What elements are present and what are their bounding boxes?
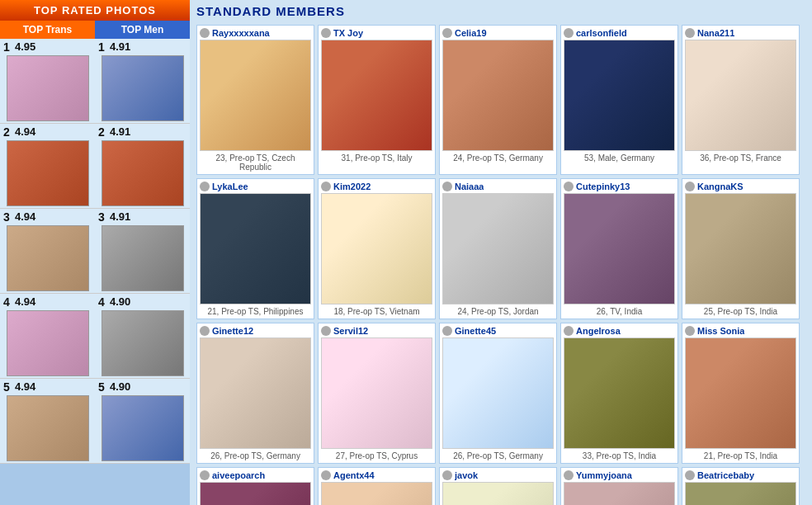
member-photo[interactable] [442,40,554,151]
member-photo[interactable] [564,193,675,304]
member-photo[interactable] [321,193,432,304]
rank-cell-trans-5[interactable]: 5 4.94 [0,379,95,463]
rank-cell-trans-1[interactable]: 1 4.95 [0,39,95,123]
member-card[interactable]: Beatricebaby [682,467,800,505]
member-card[interactable]: Agentx44 [318,467,436,505]
member-photo[interactable] [200,337,311,449]
member-name[interactable]: Celia19 [455,28,487,38]
member-card[interactable]: Cutepinky13 26, TV, India [560,178,678,319]
member-card[interactable]: Angelrosa 33, Pre-op TS, India [560,323,678,464]
member-name[interactable]: Ginette45 [455,326,496,336]
member-name[interactable]: aiveepoarch [212,470,265,480]
rank-photo[interactable] [102,395,184,461]
member-card[interactable]: TX Joy 31, Pre-op TS, Italy [318,25,436,175]
rank-row[interactable]: 1 4.95 1 4.91 [0,39,190,124]
member-name[interactable]: Naiaaa [455,182,484,191]
member-card[interactable]: Naiaaa 24, Pre-op TS, Jordan [439,178,557,319]
member-card[interactable]: Celia19 24, Pre-op TS, Germany [439,25,557,175]
rank-photo[interactable] [102,310,184,376]
member-photo[interactable] [685,193,796,304]
rank-row[interactable]: 2 4.94 2 4.91 [0,124,190,209]
rank-photo[interactable] [7,225,89,291]
member-card[interactable]: Rayxxxxxana 23, Pre-op TS, Czech Republi… [196,25,314,175]
rank-cell-trans-3[interactable]: 3 4.94 [0,209,95,293]
member-photo[interactable] [442,193,554,304]
member-name[interactable]: carlsonfield [576,28,627,38]
rank-cell-trans-4[interactable]: 4 4.94 [0,294,95,378]
member-name[interactable]: Beatricebaby [697,470,754,480]
member-name[interactable]: Servil12 [333,326,368,336]
member-card[interactable]: Kim2022 18, Pre-op TS, Vietnam [318,178,436,319]
member-photo[interactable] [442,337,554,449]
member-photo[interactable] [200,193,311,304]
rank-number: 3 [98,210,105,224]
rank-photo[interactable] [102,140,184,206]
member-photo[interactable] [200,482,311,505]
member-photo[interactable] [321,482,432,505]
rank-cell-men-3[interactable]: 3 4.91 [95,209,190,293]
member-card[interactable]: Yummyjoana [560,467,678,505]
member-card[interactable]: Servil12 27, Pre-op TS, Cyprus [318,323,436,464]
rank-row[interactable]: 4 4.94 4 4.90 [0,294,190,379]
section-title: STANDARD MEMBERS [196,4,805,18]
member-name[interactable]: Angelrosa [576,326,621,336]
member-name-row: Ginette12 [200,326,311,336]
member-photo[interactable] [442,482,554,505]
photo-image [7,396,88,460]
member-name[interactable]: Cutepinky13 [576,182,630,191]
member-name[interactable]: KangnaKS [697,182,744,191]
rank-cell-trans-2[interactable]: 2 4.94 [0,124,95,208]
member-photo[interactable] [685,482,796,505]
member-photo[interactable] [685,40,796,151]
rank-photo[interactable] [7,140,89,206]
rank-cell-men-1[interactable]: 1 4.91 [95,39,190,123]
member-name-row: Ginette45 [442,326,554,336]
member-photo[interactable] [685,337,796,449]
member-photo[interactable] [321,40,432,151]
member-card[interactable]: Ginette12 26, Pre-op TS, Germany [196,323,314,464]
member-card[interactable]: Ginette45 26, Pre-op TS, Germany [439,323,557,464]
member-name[interactable]: javok [455,470,478,480]
rank-photo[interactable] [7,395,89,461]
member-name[interactable]: Agentx44 [333,470,375,480]
member-icon [200,182,210,191]
member-card[interactable]: Miss Sonia 21, Pre-op TS, India [682,323,800,464]
rank-photo[interactable] [7,55,89,121]
member-photo[interactable] [564,482,675,505]
member-name[interactable]: Nana211 [697,28,734,38]
member-name[interactable]: LykaLee [212,182,248,191]
rank-row[interactable]: 5 4.94 5 4.90 [0,379,190,464]
member-card[interactable]: KangnaKS 25, Pre-op TS, India [682,178,800,319]
member-card[interactable]: carlsonfield 53, Male, Germany [560,25,678,175]
tab-trans[interactable]: TOP Trans [0,21,95,39]
rank-cell-men-2[interactable]: 2 4.91 [95,124,190,208]
member-photo[interactable] [564,337,675,449]
member-card[interactable]: LykaLee 21, Pre-op TS, Philippines [196,178,314,319]
member-card[interactable]: javok [439,467,557,505]
rank-score: 4.90 [110,295,130,308]
rank-photo[interactable] [7,310,89,376]
member-card[interactable]: Nana211 36, Pre-op TS, France [682,25,800,175]
member-name-row: KangnaKS [685,182,796,191]
member-photo[interactable] [321,337,432,449]
member-icon [321,182,331,191]
member-photo[interactable] [564,40,675,151]
rank-cell-men-4[interactable]: 4 4.90 [95,294,190,378]
member-info: 53, Male, Germany [564,153,675,163]
member-photo[interactable] [200,40,311,151]
photo-image [7,226,88,290]
member-name[interactable]: Miss Sonia [697,326,744,336]
rank-row[interactable]: 3 4.94 3 4.91 [0,209,190,294]
member-name[interactable]: Yummyjoana [576,470,632,480]
tab-men[interactable]: TOP Men [95,21,190,39]
rank-cell-men-5[interactable]: 5 4.90 [95,379,190,463]
member-name[interactable]: TX Joy [333,28,363,38]
member-name[interactable]: Ginette12 [212,326,253,336]
rank-photo[interactable] [102,55,184,121]
rank-number: 5 [3,380,10,394]
member-icon [442,28,452,38]
member-card[interactable]: aiveepoarch [196,467,314,505]
rank-photo[interactable] [102,225,184,291]
member-name[interactable]: Rayxxxxxana [212,28,270,38]
member-name[interactable]: Kim2022 [333,182,371,191]
